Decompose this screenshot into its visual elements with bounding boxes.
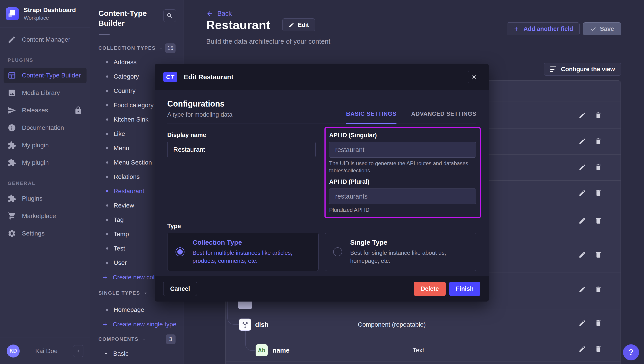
trash-icon[interactable] [594,137,602,145]
sidebar-item-plugins[interactable]: Plugins [0,190,90,207]
collection-type-label: Relations [114,173,140,180]
sidebar-item-label: Plugins [22,195,42,202]
chevron-down-icon [143,290,148,296]
avatar[interactable]: KD [7,344,20,357]
display-name-input[interactable] [167,142,316,157]
sidebar-item-my-plugin-2[interactable]: My plugin [0,154,90,171]
create-single-type-link[interactable]: Create new single type [90,317,184,332]
api-id-plural-help: Pluralized API ID [329,206,476,214]
sidebar-item-settings[interactable]: Settings [0,225,90,242]
close-modal-button[interactable] [468,71,480,83]
component-group-basic[interactable]: Basic [90,346,184,361]
single-types-label: SINGLE TYPES [98,290,140,296]
back-link[interactable]: Back [206,10,232,17]
sidebar-item-content-manager[interactable]: Content Manager [0,31,90,48]
pencil-icon[interactable] [578,137,586,145]
radio-selected-icon[interactable] [176,247,184,256]
table-row-actions [578,189,602,197]
pencil-icon[interactable] [578,111,586,119]
help-button[interactable]: ? [623,344,639,360]
sidebar-item-documentation[interactable]: Documentation [0,119,90,136]
type-cards: Collection Type Best for multiple instan… [167,233,476,271]
pencil-icon[interactable] [578,319,586,327]
sidebar-item-homepage[interactable]: Homepage [90,303,184,317]
plus-icon [102,274,108,280]
save-button[interactable]: Save [583,22,621,35]
pencil-icon[interactable] [578,286,586,293]
trash-icon[interactable] [594,286,602,293]
content-type-badge: CT [163,72,177,82]
cancel-button[interactable]: Cancel [163,282,197,296]
sidebar-item-media-library[interactable]: Media Library [0,84,90,102]
gear-icon [8,229,16,238]
collection-type-title: Collection Type [192,239,318,246]
workspace-name: Workplace [24,15,76,21]
pencil-icon [288,22,294,28]
table-row-actions [578,111,602,119]
collection-type-card[interactable]: Collection Type Best for multiple instan… [167,233,319,271]
sidebar-item-label: Media Library [22,89,60,96]
arrow-left-icon [206,10,213,17]
radio-unselected-icon[interactable] [333,247,342,256]
components-count-badge: 3 [166,334,176,344]
filter-lines-icon [550,67,556,72]
finish-button[interactable]: Finish [449,282,480,296]
component-icon [239,318,251,331]
pencil-icon[interactable] [578,251,586,259]
close-icon [471,74,477,80]
sidebar-item-label: My plugin [22,142,49,149]
sidebar-item-releases[interactable]: Releases [0,102,90,119]
api-id-singular-label: API ID (Singular) [329,132,476,139]
single-types-list: Homepage [90,303,184,317]
field-name: name [272,344,290,356]
trash-icon[interactable] [594,163,602,171]
table-row-actions [578,217,602,225]
pencil-icon[interactable] [578,217,586,225]
pencil-icon[interactable] [578,163,586,171]
user-name: Kai Doe [20,347,73,354]
single-type-desc: Best for single instance like about us, … [350,249,476,265]
bullet-icon [106,176,108,178]
search-button[interactable] [164,10,176,22]
table-row-actions [578,286,602,293]
collapse-sidebar-button[interactable] [73,345,84,357]
bullet-icon [106,118,108,121]
api-id-singular-help: The UID is used to generate the API rout… [329,160,476,174]
single-type-card[interactable]: Single Type Best for single instance lik… [325,233,476,271]
trash-icon[interactable] [594,251,602,259]
sidebar-item-label: Settings [22,230,44,237]
trash-icon[interactable] [594,345,602,353]
sidebar-item-content-type-builder[interactable]: Content-Type Builder [4,68,86,83]
title-divider [99,34,110,35]
add-another-field-button[interactable]: Add another field [507,22,580,35]
fields-grid: Display name API ID (Singular) The UID i… [167,132,476,218]
tab-advanced-settings[interactable]: ADVANCED SETTINGS [411,110,476,124]
header-actions: Add another field Save [507,22,621,35]
collection-type-label: Review [114,202,134,209]
component-group-label: Basic [113,350,128,357]
puzzle-icon [8,158,16,167]
trash-icon[interactable] [594,217,602,225]
tab-basic-settings[interactable]: BASIC SETTINGS [346,110,396,124]
bullet-icon [106,190,108,192]
trash-icon[interactable] [594,111,602,119]
trash-icon[interactable] [594,319,602,327]
pencil-icon[interactable] [578,345,586,353]
collection-types-header[interactable]: COLLECTION TYPES 15 [90,43,184,53]
collection-type-label: Country [114,87,136,94]
trash-icon[interactable] [594,189,602,197]
api-id-plural-input [329,189,476,204]
sidebar-item-marketplace[interactable]: Marketplace [0,207,90,225]
components-header[interactable]: COMPONENTS 3 [90,334,184,344]
configure-view-button[interactable]: Configure the view [544,63,621,76]
configure-view-label: Configure the view [561,66,615,73]
sidebar-item-my-plugin-1[interactable]: My plugin [0,136,90,154]
pencil-icon[interactable] [578,189,586,197]
bullet-icon [106,247,108,250]
edit-button[interactable]: Edit [282,18,315,31]
layout-grid-icon [8,71,16,80]
chevron-down-icon [158,46,164,51]
api-id-plural-label: API ID (Plural) [329,178,476,185]
puzzle-icon [8,194,16,203]
delete-button[interactable]: Delete [414,282,446,296]
